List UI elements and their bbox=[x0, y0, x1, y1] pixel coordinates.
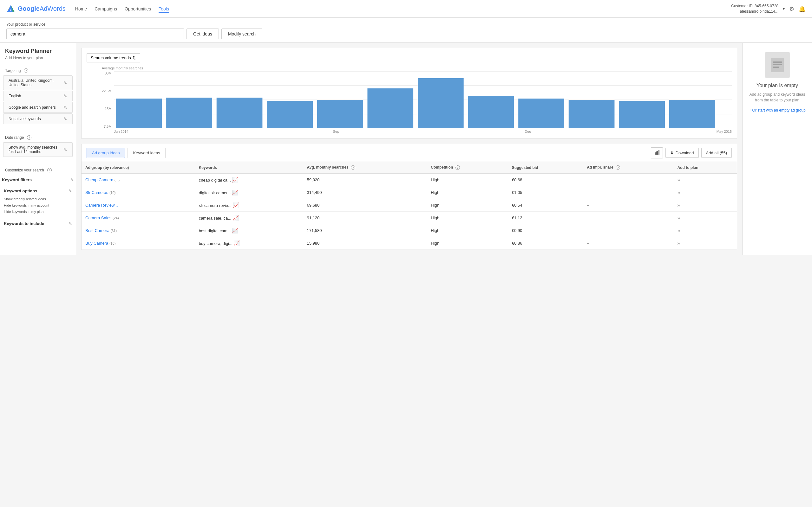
x-label-may: May 2015 bbox=[716, 130, 732, 133]
nav-link-tools[interactable]: Tools bbox=[159, 5, 169, 13]
get-ideas-button[interactable]: Get ideas bbox=[187, 29, 219, 39]
results-table: Ad group (by relevance) Keywords Avg. mo… bbox=[82, 162, 737, 250]
ad-group-link-3[interactable]: Camera Sales bbox=[85, 216, 111, 220]
add-to-plan-arrow-0[interactable]: » bbox=[677, 177, 680, 182]
cell-add-to-plan-4: » bbox=[673, 224, 737, 237]
svg-rect-24 bbox=[658, 150, 659, 155]
chart-y-axis: 30M 22.5M 15M 7.5M bbox=[102, 71, 112, 128]
add-to-plan-arrow-5[interactable]: » bbox=[677, 240, 680, 246]
keyword-option-1: Show broadly related ideas bbox=[2, 196, 74, 203]
cell-suggested-bid-5: €0.86 bbox=[508, 237, 583, 250]
ad-group-count-5: (16) bbox=[109, 241, 116, 245]
add-to-plan-arrow-2[interactable]: » bbox=[677, 203, 680, 208]
mini-chart-icon-1[interactable]: 📈 bbox=[232, 190, 238, 195]
cell-keywords-0: cheap digital ca... 📈 bbox=[195, 173, 303, 186]
ad-impr-help-icon[interactable]: ? bbox=[616, 165, 620, 170]
svg-rect-19 bbox=[619, 101, 665, 128]
y-tick-75m: 7.5M bbox=[102, 124, 112, 128]
ad-group-count-3: (24) bbox=[113, 216, 119, 220]
th-competition: Competition ? bbox=[427, 162, 508, 173]
keywords-to-include-edit-icon: ✎ bbox=[68, 221, 72, 226]
targeting-item-network[interactable]: Google and search partners ✎ bbox=[3, 102, 72, 113]
keyword-options-header[interactable]: Keyword options ✎ bbox=[2, 185, 74, 196]
svg-text:A: A bbox=[9, 9, 12, 12]
keyword-filters-section[interactable]: Keyword filters ✎ bbox=[0, 174, 76, 185]
keywords-text-1: digital slr camer... bbox=[199, 190, 231, 195]
dropdown-arrow-icon[interactable]: ▾ bbox=[783, 7, 785, 11]
cell-ad-impr-5: – bbox=[583, 237, 673, 250]
mini-chart-icon-0[interactable]: 📈 bbox=[232, 177, 238, 182]
ad-group-link-1[interactable]: Slr Cameras bbox=[85, 190, 108, 195]
y-tick-225m: 22.5M bbox=[102, 89, 112, 93]
keyword-options-section: Keyword options ✎ Show broadly related i… bbox=[0, 185, 76, 216]
mini-chart-icon-3[interactable]: 📈 bbox=[233, 215, 239, 221]
nav-link-campaigns[interactable]: Campaigns bbox=[95, 5, 117, 13]
targeting-negative-text: Negative keywords bbox=[9, 117, 63, 121]
svg-rect-14 bbox=[367, 89, 413, 128]
mini-chart-icon-5[interactable]: 📈 bbox=[234, 240, 240, 246]
ad-group-link-0[interactable]: Cheap Camera bbox=[85, 177, 113, 182]
modify-search-button[interactable]: Modify search bbox=[221, 29, 262, 39]
th-suggested-bid: Suggested bid bbox=[508, 162, 583, 173]
cell-keywords-2: slr camera revie... 📈 bbox=[195, 199, 303, 212]
edit-negative-icon: ✎ bbox=[63, 116, 67, 121]
customize-help-icon[interactable]: ? bbox=[47, 168, 52, 172]
gear-icon[interactable]: ⚙ bbox=[789, 5, 794, 12]
add-to-plan-arrow-1[interactable]: » bbox=[677, 190, 680, 195]
targeting-item-negative[interactable]: Negative keywords ✎ bbox=[3, 113, 72, 124]
keyword-options-title: Keyword options bbox=[4, 188, 37, 193]
competition-help-icon[interactable]: ? bbox=[455, 165, 460, 170]
keyword-filters-edit-icon: ✎ bbox=[70, 177, 74, 182]
table-row: Best Camera (31) best digital cam... 📈 1… bbox=[82, 224, 737, 237]
bell-icon[interactable]: 🔔 bbox=[799, 5, 806, 12]
targeting-item-location[interactable]: Australia, United Kingdom, United States… bbox=[3, 75, 72, 90]
date-range-item[interactable]: Show avg. monthly searches for: Last 12 … bbox=[3, 142, 72, 157]
tab-keyword-ideas[interactable]: Keyword ideas bbox=[128, 148, 165, 158]
main-content: Search volume trends ⇅ Average monthly s… bbox=[76, 43, 742, 255]
x-label-dec: Dec bbox=[525, 130, 531, 133]
date-range-help-icon[interactable]: ? bbox=[27, 135, 32, 140]
cell-add-to-plan-0: » bbox=[673, 173, 737, 186]
ad-group-link-2[interactable]: Camera Review... bbox=[85, 203, 118, 208]
nav-link-home[interactable]: Home bbox=[75, 5, 87, 13]
mini-chart-icon-4[interactable]: 📈 bbox=[232, 228, 238, 233]
svg-rect-13 bbox=[317, 100, 363, 128]
chart-header: Search volume trends ⇅ bbox=[87, 53, 732, 62]
customer-id: Customer ID: 845-665-0728 bbox=[731, 3, 778, 9]
topnav-right: Customer ID: 845-665-0728 alessandro.bin… bbox=[731, 3, 806, 14]
start-empty-ad-group-link[interactable]: + Or start with an empty ad group bbox=[749, 108, 805, 112]
targeting-item-language[interactable]: English ✎ bbox=[3, 91, 72, 101]
edit-location-icon: ✎ bbox=[63, 80, 67, 85]
svg-rect-23 bbox=[657, 151, 658, 155]
mini-chart-icon-2[interactable]: 📈 bbox=[233, 203, 239, 208]
plan-empty-title: Your plan is empty bbox=[757, 83, 798, 89]
avg-monthly-help-icon[interactable]: ? bbox=[351, 165, 355, 170]
table-header-row: Ad group (by relevance) Keywords Avg. mo… bbox=[82, 162, 737, 173]
download-button[interactable]: ⬇ Download bbox=[665, 148, 699, 158]
svg-rect-18 bbox=[568, 100, 614, 128]
add-to-plan-arrow-3[interactable]: » bbox=[677, 215, 680, 221]
ad-group-count-1: (10) bbox=[109, 191, 116, 194]
cell-competition-5: High bbox=[427, 237, 508, 250]
table-row: Cheap Camera (...) cheap digital ca... 📈… bbox=[82, 173, 737, 186]
add-all-button[interactable]: Add all (55) bbox=[701, 148, 732, 158]
keyword-option-2: Hide keywords in my account bbox=[2, 203, 74, 209]
plan-empty-icon bbox=[765, 52, 790, 78]
date-range-label: Date range ? bbox=[0, 132, 76, 142]
svg-rect-9 bbox=[116, 99, 162, 128]
chart-dropdown-button[interactable]: Search volume trends ⇅ bbox=[87, 53, 140, 62]
tab-ad-group-ideas[interactable]: Ad group ideas bbox=[87, 148, 125, 158]
add-to-plan-arrow-4[interactable]: » bbox=[677, 228, 680, 233]
search-input[interactable] bbox=[6, 29, 184, 39]
edit-network-icon: ✎ bbox=[63, 105, 67, 110]
chart-view-button[interactable] bbox=[651, 147, 663, 158]
keyword-option-3: Hide keywords in my plan bbox=[2, 209, 74, 216]
th-avg-monthly: Avg. monthly searches ? bbox=[303, 162, 427, 173]
logo-adwords-text: AdWords bbox=[40, 5, 66, 12]
keywords-text-2: slr camera revie... bbox=[199, 203, 232, 208]
targeting-help-icon[interactable]: ? bbox=[24, 68, 28, 73]
keywords-to-include-header[interactable]: Keywords to include ✎ bbox=[2, 218, 74, 229]
ad-group-link-5[interactable]: Buy Camera bbox=[85, 241, 108, 245]
nav-link-opportunities[interactable]: Opportunities bbox=[125, 5, 151, 13]
ad-group-link-4[interactable]: Best Camera bbox=[85, 228, 109, 233]
